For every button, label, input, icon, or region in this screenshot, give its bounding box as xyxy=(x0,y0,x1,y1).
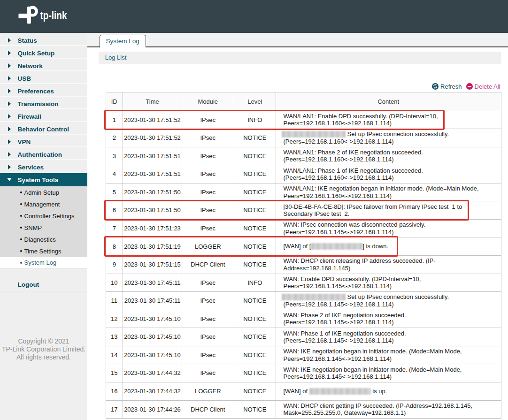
svg-text:tp-link: tp-link xyxy=(40,9,68,22)
